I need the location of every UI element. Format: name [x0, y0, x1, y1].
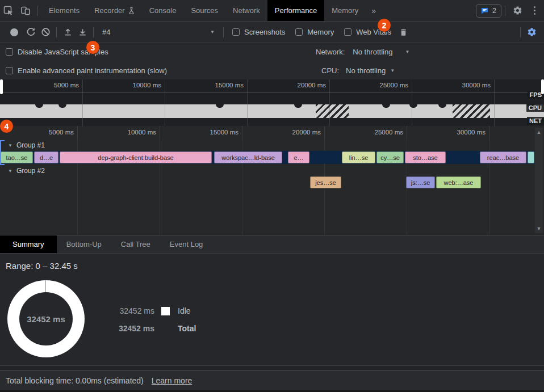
flame-bar[interactable]: cy…se: [376, 151, 404, 163]
issues-counter-button[interactable]: 2: [476, 4, 501, 18]
overview-tick-label: 5000 ms: [30, 82, 79, 88]
capture-options-pane: Disable JavaScript samples Enable advanc…: [0, 43, 544, 79]
legend-label: Total: [178, 324, 196, 333]
group-label: Group #2: [16, 167, 45, 175]
tab-sources[interactable]: Sources: [183, 0, 225, 21]
tab-performance[interactable]: Performance: [267, 0, 324, 21]
tab-label: Recorder: [94, 6, 124, 15]
divider: [223, 27, 224, 37]
checkbox-box[interactable]: [344, 28, 351, 36]
tab-event-log[interactable]: Event Log: [160, 235, 213, 253]
flame-bar[interactable]: workspac…ld-base: [214, 151, 282, 163]
flame-bar[interactable]: jes…se: [310, 176, 341, 188]
checkbox-box[interactable]: [295, 28, 303, 36]
donut-seam: [45, 280, 46, 292]
save-profile-icon[interactable]: [75, 25, 90, 40]
tab-summary[interactable]: Summary: [0, 235, 57, 253]
tab-call-tree[interactable]: Call Tree: [111, 235, 160, 253]
tab-label: Bottom-Up: [66, 240, 102, 248]
tab-elements[interactable]: Elements: [41, 0, 87, 21]
capture-settings-gear-icon[interactable]: [524, 25, 539, 40]
divider: [37, 6, 38, 16]
selection-bracket: [0, 140, 5, 165]
flame-bar[interactable]: sto…ase: [405, 151, 446, 163]
flame-bar[interactable]: js:…se: [406, 176, 435, 188]
flame-bar[interactable]: tao…se: [1, 151, 33, 163]
devtools-window: Elements Recorder Console Sources Networ…: [0, 0, 544, 392]
flame-bar[interactable]: dep-graph-client:build-base: [60, 151, 212, 163]
flame-bar[interactable]: reac…base: [480, 151, 526, 163]
tab-memory[interactable]: Memory: [324, 0, 366, 21]
flame-bar[interactable]: d…e: [34, 151, 58, 163]
recording-select[interactable]: #4 ▼: [102, 28, 215, 36]
cpu-row-label: CPU: [526, 104, 544, 112]
devtools-tabbar: Elements Recorder Console Sources Networ…: [0, 0, 544, 22]
tab-network[interactable]: Network: [225, 0, 267, 21]
chevron-down-icon: ▼: [210, 29, 215, 35]
flame-group-1-header[interactable]: ▼ Group #1: [0, 140, 45, 150]
learn-more-link[interactable]: Learn more: [152, 376, 193, 385]
flame-bar[interactable]: lin…se: [342, 151, 375, 163]
flame-group-2-header[interactable]: ▼ Group #2: [0, 166, 45, 176]
flame-scrollbar[interactable]: ▲ ▼: [535, 128, 543, 233]
summary-pane: Range: 0 – 32.45 s 32452 ms 32452 ms Idl…: [0, 254, 544, 365]
overview-tick-label: 20000 ms: [277, 82, 326, 88]
group-label: Group #1: [16, 141, 45, 149]
tab-bottom-up[interactable]: Bottom-Up: [57, 235, 111, 253]
trash-icon[interactable]: [396, 25, 411, 40]
overview-gridline: [165, 79, 165, 126]
flame-ruler-tick: [324, 126, 325, 140]
checkbox-box[interactable]: [6, 67, 13, 74]
memory-checkbox[interactable]: Memory: [295, 28, 334, 36]
tab-label: Call Tree: [121, 240, 150, 248]
range-handle-right[interactable]: [541, 79, 544, 94]
clear-recordings-icon[interactable]: [38, 25, 53, 40]
screenshots-checkbox[interactable]: Screenshots: [232, 28, 285, 36]
overview-gridline-band: [165, 104, 165, 118]
cpu-throttling-select[interactable]: CPU: No throttling ▼: [321, 65, 395, 76]
donut-total-label: 32452 ms: [19, 292, 73, 345]
tab-label: Summary: [12, 240, 44, 248]
flame-tick-label: 30000 ms: [437, 129, 486, 136]
notification-badge: 2: [377, 18, 391, 32]
tab-console[interactable]: Console: [142, 0, 184, 21]
inspect-element-icon[interactable]: [0, 3, 17, 19]
overview-strip[interactable]: FPS CPU NET 5000 ms10000 ms15000 ms20000…: [0, 79, 544, 126]
overview-tick-label: 25000 ms: [359, 82, 408, 88]
checkbox-box[interactable]: [232, 28, 240, 36]
flame-tick-label: 5000 ms: [25, 129, 74, 136]
flame-bar[interactable]: web:…ase: [436, 176, 481, 188]
settings-gear-icon[interactable]: [509, 3, 526, 19]
checkbox-box[interactable]: [6, 48, 13, 56]
device-toolbar-icon[interactable]: [17, 3, 34, 19]
tab-label: Sources: [191, 6, 218, 15]
scroll-down-icon[interactable]: ▼: [537, 226, 542, 231]
flame-chart[interactable]: ▼ Group #1 tao…sed…edep-graph-client:bui…: [0, 126, 544, 235]
more-tabs-button[interactable]: »: [366, 6, 382, 15]
checkbox-label: Memory: [307, 28, 334, 36]
overview-gridline-band: [247, 104, 248, 118]
flame-bar[interactable]: [528, 151, 534, 163]
collapse-triangle-icon[interactable]: ▼: [8, 143, 12, 148]
reload-and-record-button[interactable]: [23, 25, 38, 40]
flame-tick-label: 25000 ms: [354, 129, 403, 136]
flame-bar[interactable]: e…: [288, 151, 309, 163]
time-breakdown-donut: 32452 ms: [7, 280, 85, 357]
flame-ruler-tick: [489, 126, 489, 140]
collapse-triangle-icon[interactable]: ▼: [8, 168, 12, 174]
chat-bubble-icon: [481, 7, 488, 14]
load-profile-icon[interactable]: [60, 25, 75, 40]
donut-legend: 32452 ms Idle 32452 ms Total: [108, 306, 196, 341]
record-button[interactable]: [10, 28, 18, 36]
tab-label: Performance: [275, 6, 317, 15]
paint-instrumentation-checkbox[interactable]: Enable advanced paint instrumentation (s…: [6, 65, 167, 76]
network-throttling-select[interactable]: Network: No throttling ▼: [316, 46, 409, 57]
footer-bar: Total blocking time: 0.00ms (estimated) …: [0, 370, 544, 390]
tab-label: Network: [233, 6, 260, 15]
scroll-up-icon[interactable]: ▲: [537, 129, 542, 135]
tab-label: Elements: [49, 6, 79, 15]
range-handle-left[interactable]: [0, 79, 3, 94]
kebab-menu-icon[interactable]: [526, 3, 543, 19]
tab-recorder[interactable]: Recorder: [87, 0, 141, 21]
legend-row-total: 32452 ms Total: [108, 323, 196, 334]
